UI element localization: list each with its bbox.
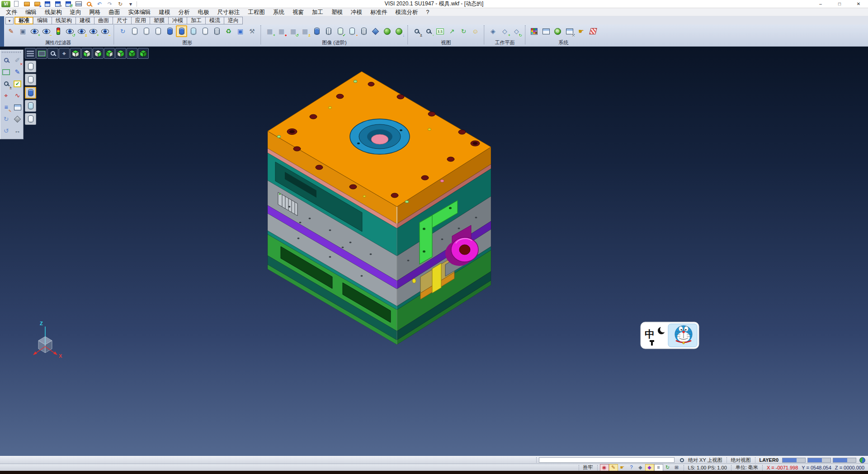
menu-wireframe[interactable]: 线架构 [41, 8, 66, 16]
rotate-view-icon[interactable]: ↻ [458, 25, 469, 37]
verify-cylinder-icon[interactable]: ✔ [335, 25, 346, 37]
help-pick-icon[interactable]: ? [627, 465, 636, 471]
confirm-icon[interactable]: ✔ [12, 78, 23, 90]
select-hand-icon[interactable]: ☛ [576, 25, 587, 37]
view-iso-back-button[interactable] [138, 48, 149, 59]
hide-all-icon[interactable]: − [99, 25, 111, 37]
tab-molding[interactable]: 塑膜 [150, 17, 169, 24]
absolute-view-label[interactable]: 绝对视图 [731, 457, 751, 464]
graphics-tools-icon[interactable]: ⚒ [246, 25, 258, 37]
view-front-button[interactable] [81, 48, 92, 59]
refresh-solids-icon[interactable]: ▦↺ [288, 25, 299, 37]
cylinder-wireframe-icon[interactable] [211, 25, 222, 37]
hide-entities-icon[interactable]: − [41, 25, 52, 37]
tab-dropdown-button[interactable]: ▼ [5, 17, 14, 24]
view-top-button[interactable] [70, 48, 81, 59]
pan-view-icon[interactable]: ↗ [446, 25, 458, 37]
new-file-icon[interactable] [12, 0, 21, 8]
copy-graphics-icon[interactable]: ▣ [235, 25, 246, 37]
tab-reverse[interactable]: 逆向 [224, 17, 243, 24]
auto-rotate-icon[interactable]: ↻ [664, 465, 672, 471]
copy-attributes-icon[interactable]: ▣ [17, 25, 28, 37]
edit-curve-icon[interactable]: ✎ [12, 66, 23, 78]
palette-drag-handle[interactable] [2, 51, 22, 54]
tab-application[interactable]: 应用 [131, 17, 150, 24]
display-shaded-button[interactable] [25, 87, 36, 99]
menu-drawing[interactable]: 工程图 [244, 8, 269, 16]
grid-window-icon[interactable] [12, 101, 23, 113]
tab-standard[interactable]: 标准 [14, 17, 33, 24]
tab-surface[interactable]: 曲面 [94, 17, 113, 24]
striped-cylinder-icon[interactable] [323, 25, 334, 37]
solids-filter-icon[interactable]: ▦● [276, 25, 287, 37]
axes-icon[interactable]: ⌖ [59, 48, 70, 59]
ucs-axis-icon[interactable]: ⌖ [0, 90, 12, 101]
print-icon[interactable] [74, 0, 83, 8]
tab-stamping[interactable]: 冲模 [168, 17, 187, 24]
redo-icon[interactable]: ↷ [105, 0, 114, 8]
display-transparent-button[interactable] [25, 100, 36, 112]
tag-cylinder-icon[interactable]: ▪ [346, 25, 358, 37]
workplane-move-icon[interactable]: ◇+ [499, 25, 510, 37]
add-solids-icon[interactable]: ▦+ [264, 25, 275, 37]
menu-reverse[interactable]: 逆向 [66, 8, 85, 16]
search-icon[interactable] [678, 457, 686, 463]
tab-modeling[interactable]: 建模 [75, 17, 94, 24]
show-entities-icon[interactable]: + [29, 25, 40, 37]
settings-icon[interactable]: ⚙ [552, 25, 563, 37]
cylinder-outline-3-icon[interactable] [152, 25, 164, 37]
zoom-dynamic-view-icon[interactable] [47, 48, 58, 59]
measure-icon[interactable]: ↔ [12, 125, 23, 137]
wire-cylinder-icon[interactable] [358, 25, 369, 37]
menu-electrode[interactable]: 电极 [194, 8, 213, 16]
view-mode-label[interactable]: 绝对 XY 上视图 [688, 457, 722, 464]
close-button[interactable]: ✕ [849, 0, 868, 8]
solid-cylinder-icon[interactable] [311, 25, 322, 37]
display-wireframe-button[interactable] [25, 61, 36, 72]
open-file-icon[interactable] [22, 0, 31, 8]
layers-palette-icon[interactable]: ≡✎ [0, 101, 12, 113]
render-export-icon[interactable]: ↓ [393, 25, 405, 37]
tab-edit[interactable]: 编辑 [33, 17, 52, 24]
tab-dimension[interactable]: 尺寸 [113, 17, 132, 24]
open-project-icon[interactable]: ▸ [33, 0, 42, 8]
layer-manager-icon[interactable] [540, 25, 552, 37]
undo-icon[interactable]: ↶ [95, 0, 104, 8]
grid-toggle-icon[interactable]: ⊞ [673, 465, 681, 471]
3d-viewport-canvas[interactable]: Z X 中 [0, 47, 868, 456]
refresh-visibility-icon[interactable]: ↺ [64, 25, 75, 37]
view-iso-front-button[interactable] [104, 48, 115, 59]
menu-mesh[interactable]: 网格 [85, 8, 105, 16]
menu-solid-edit[interactable]: 实体编辑 [124, 8, 155, 16]
view-right-button[interactable] [93, 48, 104, 59]
cylinder-transparent-icon[interactable] [188, 25, 199, 37]
tab-moldflow[interactable]: 模流 [205, 17, 224, 24]
tab-mach[interactable]: 加工 [187, 17, 206, 24]
menu-moldflow[interactable]: 模流分析 [392, 8, 422, 16]
pick-hand-icon[interactable]: ☛ [618, 465, 627, 471]
color-palette-icon[interactable] [528, 25, 540, 37]
menu-modeling[interactable]: 建模 [155, 8, 175, 16]
workplane-align-icon[interactable]: ◇↻ [511, 25, 522, 37]
menu-dimension[interactable]: 尺寸标注 [213, 8, 244, 16]
shaded-cube-icon[interactable] [370, 25, 381, 37]
tab-wireframe[interactable]: 线架构 [52, 17, 76, 24]
erase-icon[interactable]: ✐✕ [12, 54, 23, 66]
menu-file[interactable]: 文件 [2, 8, 21, 16]
menu-system[interactable]: 系统 [269, 8, 288, 16]
highlight-edit-icon[interactable]: ✎ [609, 465, 618, 471]
maximize-button[interactable]: □ [830, 0, 849, 8]
zoom-dynamic-icon[interactable] [0, 54, 12, 66]
view-iso-right-button[interactable] [115, 48, 126, 59]
zoom-scale-icon[interactable]: ± [0, 78, 12, 90]
rotate-back-icon[interactable]: ↺ [0, 125, 12, 137]
gem-select-icon[interactable]: ◆ [646, 465, 654, 471]
toggle-visibility-icon[interactable]: ± [76, 25, 87, 37]
display-outline-button[interactable] [25, 113, 36, 125]
menu-edit[interactable]: 编辑 [21, 8, 41, 16]
print-preview-icon[interactable] [85, 0, 94, 8]
workplane-icon[interactable]: ◈ [487, 25, 499, 37]
menu-analysis[interactable]: 分析 [175, 8, 194, 16]
lock-toggle[interactable]: 拴牢 [583, 464, 593, 471]
view-iso-button[interactable] [127, 48, 137, 59]
